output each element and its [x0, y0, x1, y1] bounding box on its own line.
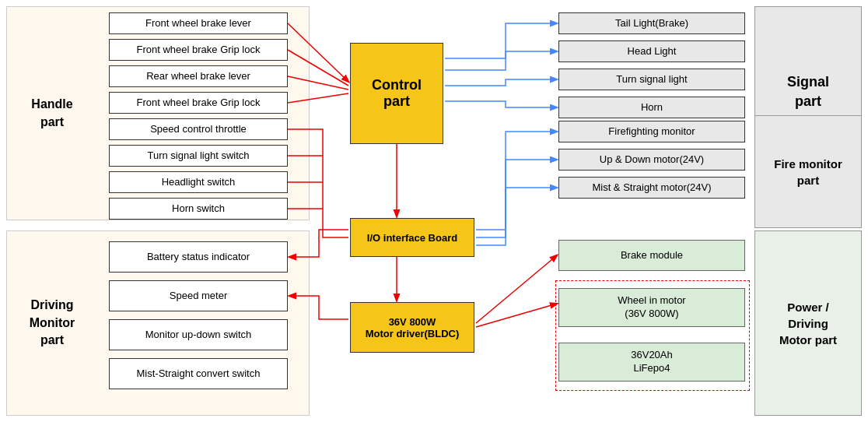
diagram: Handlepart Front wheel brake lever Front… — [0, 0, 868, 422]
fire-item-2: Up & Down motor(24V) — [558, 149, 745, 171]
fire-part-label: Fire monitorpart — [754, 115, 862, 228]
fire-item-1: Firefighting monitor — [558, 121, 745, 142]
handle-item-5: Speed control throttle — [109, 118, 288, 140]
power-item-1: Brake module — [558, 240, 745, 271]
handle-item-7: Headlight switch — [109, 171, 288, 193]
handle-item-4: Front wheel brake Grip lock — [109, 92, 288, 114]
driving-item-1: Battery status indicator — [109, 241, 288, 273]
control-box: Control part — [350, 43, 443, 144]
handle-item-2: Front wheel brake Grip lock — [109, 39, 288, 61]
driving-item-2: Speed meter — [109, 280, 288, 311]
io-box: I/O interface Board — [350, 218, 474, 257]
power-part-label: Power /DrivingMotor part — [754, 230, 862, 416]
driving-item-4: Mist-Straight convert switch — [109, 358, 288, 389]
handle-part-label: Handlepart — [6, 6, 98, 220]
driving-item-3: Monitor up-down switch — [109, 319, 288, 350]
signal-item-1: Tail Light(Brake) — [558, 12, 745, 34]
signal-item-4: Horn — [558, 97, 745, 118]
signal-item-3: Turn signal light — [558, 69, 745, 90]
fire-item-3: Mist & Straight motor(24V) — [558, 177, 745, 199]
handle-item-8: Horn switch — [109, 198, 288, 220]
handle-item-3: Rear wheel brake lever — [109, 65, 288, 87]
signal-item-2: Head Light — [558, 40, 745, 62]
driving-part-label: DrivingMonitorpart — [6, 230, 98, 416]
dashed-power-box — [555, 280, 750, 391]
handle-item-6: Turn signal light switch — [109, 145, 288, 167]
handle-item-1: Front wheel brake lever — [109, 12, 288, 34]
motor-box: 36V 800W Motor driver(BLDC) — [350, 302, 474, 353]
